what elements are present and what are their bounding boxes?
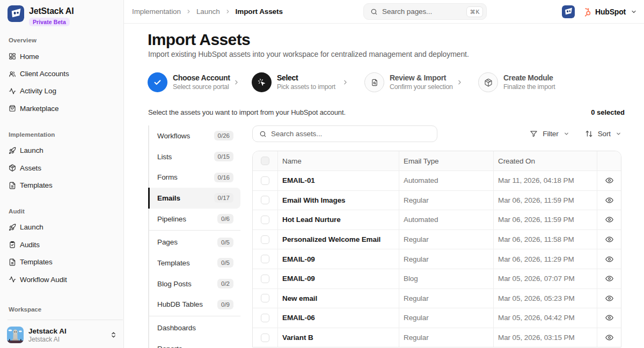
workspace-switcher[interactable]: Jetstack AI Jetstack AI	[0, 320, 123, 348]
preview-eye-button[interactable]	[605, 333, 614, 342]
sidebar-sections: OverviewHomeClient AccountsActivity LogM…	[0, 37, 123, 288]
sidebar-item-templates[interactable]: Templates	[0, 254, 123, 271]
sidebar-item-label: Home	[20, 53, 39, 61]
check-icon	[148, 72, 167, 92]
table-row: Hot Lead NurtureAutomatedMar 06, 2026, 1…	[253, 210, 621, 229]
row-checkbox[interactable]	[261, 235, 269, 244]
preview-eye-button[interactable]	[605, 313, 614, 322]
asset-type-label: Forms	[157, 173, 178, 181]
global-search-input[interactable]: Search pages... ⌘K	[363, 3, 487, 20]
created-on: Mar 06, 2026, 11:29 PM	[498, 255, 574, 263]
preview-eye-button[interactable]	[605, 176, 614, 185]
preview-eye-button[interactable]	[605, 294, 614, 303]
preview-eye-button[interactable]	[605, 274, 614, 283]
created-on: Mar 05, 2026, 03:15 PM	[498, 334, 575, 342]
asset-type-blog-posts[interactable]: Blog Posts0/2	[149, 273, 240, 294]
asset-type-templates[interactable]: Templates0/5	[149, 253, 240, 273]
preview-eye-button[interactable]	[605, 196, 614, 205]
sidebar-item-launch[interactable]: Launch	[0, 219, 123, 236]
preview-eye-button[interactable]	[605, 215, 614, 224]
step-title: Choose Account	[173, 73, 230, 83]
workspace-section-label: Workspace	[0, 306, 123, 313]
cell-name: Hot Lead Nurture	[278, 210, 399, 229]
sidebar-item-workflow-audit[interactable]: Workflow Audit	[0, 271, 123, 288]
column-header-name[interactable]: Name	[278, 151, 399, 171]
chevron-right-icon	[456, 79, 463, 86]
sidebar-item-client-accounts[interactable]: Client Accounts	[0, 65, 123, 82]
asset-type-reports[interactable]: Reports	[149, 338, 240, 348]
step-subtitle: Pick assets to import	[277, 83, 335, 91]
sort-button[interactable]: Sort	[585, 130, 621, 138]
step-text: SelectPick assets to import	[277, 73, 335, 91]
sidebar-item-templates[interactable]: Templates	[0, 176, 123, 194]
row-checkbox[interactable]	[261, 275, 269, 283]
column-header-created-on[interactable]: Created On	[494, 151, 597, 171]
asset-type-dashboards[interactable]: Dashboards	[149, 317, 240, 338]
sidebar-item-launch[interactable]: Launch	[0, 142, 123, 159]
page-subtitle: Import existing HubSpot assets into your…	[148, 50, 469, 58]
portal-switcher[interactable]: HubSpot	[562, 0, 637, 24]
select-all-checkbox[interactable]	[261, 157, 269, 165]
step-text: Review & ImportConfirm your selection	[390, 73, 453, 91]
row-checkbox-cell	[253, 171, 278, 190]
cell-created-on: Mar 06, 2026, 11:29 PM	[494, 249, 597, 269]
select-prompt: Select the assets you want to import fro…	[148, 108, 346, 116]
cell-actions	[597, 191, 621, 210]
created-on: Mar 11, 2026, 04:18 PM	[498, 176, 574, 184]
chevrons-up-down-icon[interactable]	[110, 331, 117, 338]
sidebar-item-home[interactable]: Home	[0, 48, 123, 65]
main-content: Import Assets Import existing HubSpot as…	[124, 24, 644, 348]
row-checkbox[interactable]	[261, 314, 269, 322]
row-checkbox-cell	[253, 230, 278, 249]
breadcrumb-implementation[interactable]: Implementation	[132, 8, 181, 16]
sidebar-item-marketplace[interactable]: Marketplace	[0, 100, 123, 117]
sidebar-section-spacer	[0, 117, 123, 131]
asset-type-workflows[interactable]: Workflows0/26	[149, 125, 240, 146]
topbar: Implementation Launch Import Assets Sear…	[124, 0, 644, 24]
asset-group-divider	[149, 230, 240, 231]
row-checkbox[interactable]	[261, 294, 269, 302]
file-text-icon	[8, 181, 16, 189]
sidebar-item-label: Activity Log	[20, 87, 56, 95]
global-search-placeholder: Search pages...	[382, 8, 466, 16]
asset-type-emails[interactable]: Emails0/17	[149, 188, 240, 209]
row-checkbox[interactable]	[261, 255, 269, 263]
sidebar-item-label: Templates	[20, 258, 53, 266]
sidebar-item-label: Launch	[20, 146, 43, 154]
breadcrumb-launch[interactable]: Launch	[196, 8, 220, 16]
preview-eye-button[interactable]	[605, 235, 614, 244]
created-on: Mar 06, 2026, 11:58 PM	[498, 235, 574, 243]
asset-type-forms[interactable]: Forms0/16	[149, 167, 240, 188]
row-checkbox[interactable]	[261, 176, 269, 185]
preview-eye-button[interactable]	[605, 255, 614, 264]
asset-type-list: Workflows0/26Lists0/15Forms0/16Emails0/1…	[148, 125, 240, 348]
asset-name: Hot Lead Nurture	[282, 216, 341, 224]
asset-type-pipelines[interactable]: Pipelines0/6	[149, 209, 240, 229]
sidebar-label-spacer	[0, 214, 123, 219]
asset-search-input[interactable]: Search assets...	[252, 125, 437, 142]
column-header-email-type[interactable]: Email Type	[399, 151, 494, 171]
asset-type-label: HubDB Tables	[157, 300, 203, 308]
package-icon	[8, 164, 16, 172]
row-checkbox[interactable]	[261, 216, 269, 224]
asset-type-label: Reports	[157, 345, 182, 348]
sidebar-item-assets[interactable]: Assets	[0, 159, 123, 176]
pointer-click-icon	[252, 72, 272, 92]
table-row: Personalized Welcome EmailRegularMar 06,…	[253, 229, 621, 249]
row-checkbox[interactable]	[261, 334, 269, 342]
row-checkbox-cell	[253, 269, 278, 288]
chevron-right-icon	[186, 9, 192, 14]
asset-type-lists[interactable]: Lists0/15	[149, 146, 240, 167]
filter-button[interactable]: Filter	[530, 130, 569, 138]
sidebar-item-activity-log[interactable]: Activity Log	[0, 83, 123, 100]
row-checkbox[interactable]	[261, 196, 269, 204]
step-title: Select	[277, 73, 335, 83]
created-on: Mar 06, 2026, 11:59 PM	[498, 216, 574, 224]
asset-type-pages[interactable]: Pages0/5	[149, 232, 240, 253]
asset-type-hubdb-tables[interactable]: HubDB Tables0/9	[149, 294, 240, 315]
table-row: New emailRegularMar 05, 2026, 05:23 PM	[253, 288, 621, 308]
sidebar-item-audits[interactable]: Audits	[0, 236, 123, 253]
table-row: Email With ImagesRegularMar 06, 2026, 11…	[253, 190, 621, 210]
table-row: EMAIL-01AutomatedMar 11, 2026, 04:18 PM	[253, 171, 621, 190]
email-type: Regular	[404, 314, 429, 322]
